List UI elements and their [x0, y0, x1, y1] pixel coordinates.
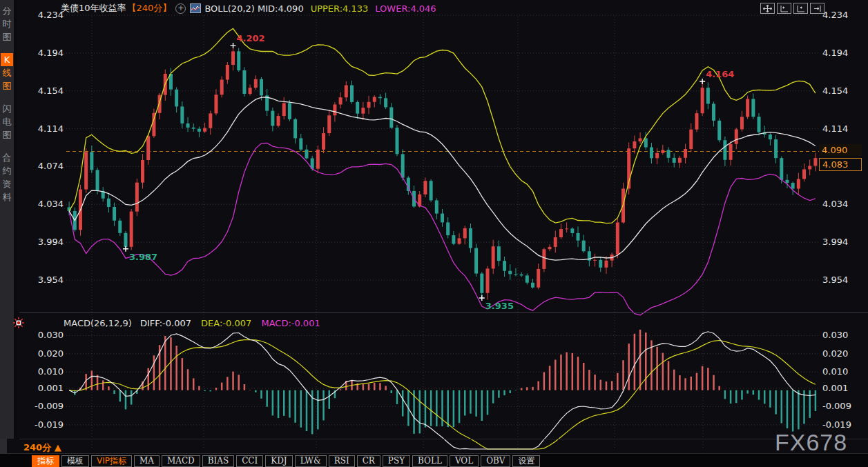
macd-indicator-label: MACD(26,12,9) — [64, 318, 132, 328]
mini-chart-icon[interactable] — [190, 3, 201, 13]
price-axis-label: 4.114 — [23, 123, 64, 134]
toolbar-button-模板[interactable]: 模板 — [61, 455, 89, 467]
price-axis-label: 3.954 — [23, 275, 64, 285]
price-axis-label: 4.154 — [822, 86, 848, 96]
price-annotation: 4.164 — [706, 69, 734, 79]
boll-lower-label: LOWER:4.046 — [375, 3, 436, 14]
boll-indicator-label: BOLL(20,2) MID:4.090 — [204, 3, 303, 14]
toolbar-button-设置[interactable]: 设置 — [512, 455, 540, 467]
price-axis-label: 4.114 — [822, 123, 848, 134]
zoom-y-axis-icon[interactable] — [793, 3, 808, 14]
toolbar-button-RSI[interactable]: RSI — [329, 455, 355, 467]
macd-axis-label: 0.010 — [23, 366, 64, 377]
macd-axis-label: 0.001 — [23, 383, 64, 393]
price-axis-label: 4.234 — [822, 10, 848, 20]
toolbar-button-BOLL[interactable]: BOLL — [412, 455, 447, 467]
toolbar-button-VOL[interactable]: VOL — [450, 455, 479, 467]
price-axis-label: 4.194 — [822, 48, 848, 58]
macd-axis-label: -0.009 — [822, 401, 851, 411]
macd-dea-value: DEA:-0.007 — [201, 318, 251, 328]
toolbar-button-PSY[interactable]: PSY — [383, 455, 410, 467]
price-annotation: 3.987 — [129, 252, 157, 262]
pane-divider — [19, 312, 868, 313]
price-axis-label: 4.034 — [822, 199, 848, 209]
time-axis: 09/1309/242025/10/01 07:00~11:00 三10/131… — [0, 439, 868, 453]
toolbar-button-VIP指标[interactable]: VIP指标 — [91, 455, 132, 467]
price-chart-canvas[interactable] — [0, 0, 868, 467]
zoom-x-axis-icon[interactable] — [777, 3, 791, 14]
price-axis-label: 4.154 — [23, 86, 64, 96]
price-axis-label: 3.954 — [822, 275, 848, 285]
toolbar-button-OBV[interactable]: OBV — [481, 455, 510, 467]
macd-diff-value: DIFF:-0.007 — [140, 318, 191, 328]
toolbar-button-MACD[interactable]: MACD — [162, 455, 200, 467]
shift-right-icon[interactable] — [810, 3, 824, 14]
macd-axis-label: 0.030 — [822, 330, 848, 340]
symbol-title: 美债10年收益率 — [61, 2, 126, 14]
price-annotation: 4.202 — [237, 33, 265, 43]
toolbar-button-KDJ[interactable]: KDJ — [265, 455, 292, 467]
price-annotation: 3.935 — [485, 301, 514, 311]
toolbar-button-CR[interactable]: CR — [357, 455, 380, 467]
macd-axis-label: 0.001 — [822, 383, 848, 393]
macd-axis-label: 0.030 — [23, 330, 64, 340]
toolbar-button-BIAS[interactable]: BIAS — [202, 455, 234, 467]
period-selector[interactable]: 240分 ▲ — [23, 441, 61, 454]
price-axis-label: 4.234 — [23, 10, 64, 20]
pan-icon[interactable] — [760, 3, 775, 14]
macd-axis-label: -0.009 — [23, 401, 64, 411]
period-tag: 【240分】 — [128, 2, 172, 14]
macd-axis-label: 0.020 — [822, 348, 848, 359]
macd-axis-label: -0.019 — [822, 419, 851, 430]
price-axis-label: 3.994 — [822, 237, 848, 247]
fx678-watermark: FX678 — [775, 429, 847, 456]
macd-header: MACD(26,12,9) DIFF:-0.007 DEA:-0.007 MAC… — [64, 318, 320, 328]
toolbar-button-MA[interactable]: MA — [134, 455, 160, 467]
toolbar-button-CCI[interactable]: CCI — [236, 455, 263, 467]
price-level-tag: 4.090 — [819, 144, 862, 156]
price-axis-label: 4.194 — [23, 48, 64, 58]
circle-plus-icon[interactable]: + — [175, 3, 186, 14]
toolbar-button-LW&[interactable]: LW& — [295, 455, 327, 467]
boll-upper-label: UPPER:4.133 — [311, 3, 369, 14]
chart-header: 美债10年收益率 【240分】 + BOLL(20,2) MID:4.090 U… — [61, 2, 436, 14]
macd-axis-label: 0.010 — [822, 366, 848, 377]
price-axis-label: 4.074 — [23, 161, 64, 171]
price-axis-label: 3.994 — [23, 237, 64, 247]
toolbar-button-指标[interactable]: 指标 — [32, 455, 59, 467]
macd-macd-value: MACD:-0.001 — [261, 318, 320, 328]
indicator-toolbar: 指标模板VIP指标MAMACDBIASCCIKDJLW&RSICRPSYBOLL… — [0, 453, 868, 467]
macd-axis-label: 0.020 — [23, 348, 64, 359]
current-price-tag: 4.083 — [819, 158, 862, 171]
alert-marker-icon[interactable] — [13, 317, 24, 331]
price-axis-label: 4.034 — [23, 199, 64, 209]
chart-toolbar-icons — [760, 3, 824, 14]
macd-axis-label: -0.019 — [23, 419, 64, 430]
trading-app-window: 分时图K线图闪电图合约资料 美债10年收益率 【240分】 + BOLL(20,… — [0, 0, 868, 467]
